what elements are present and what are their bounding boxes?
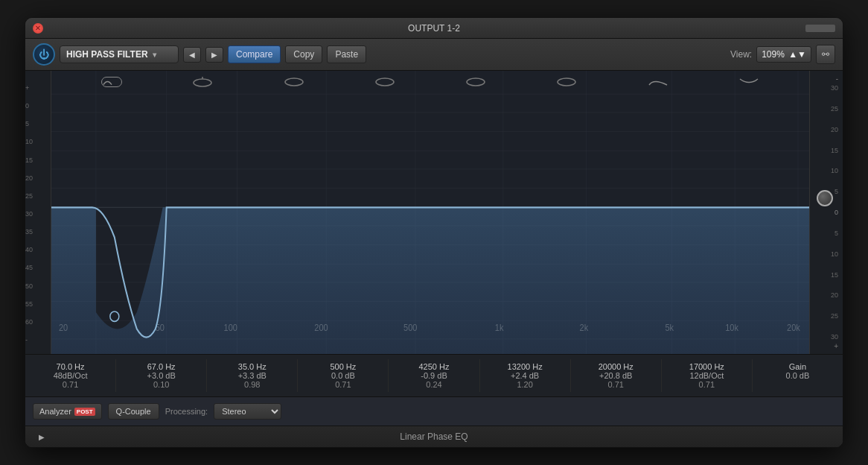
- analyzer-label: Analyzer: [39, 407, 71, 416]
- band-3-freq: 35.0 Hz: [238, 362, 267, 371]
- band-info-8[interactable]: 17000 Hz 12dB/Oct 0.71: [662, 359, 753, 392]
- toolbar: ⏻ HIGH PASS FILTER ▾ ◀ ▶ Compare Copy Pa…: [25, 39, 843, 71]
- svg-point-2: [285, 78, 303, 86]
- minimize-button[interactable]: [805, 25, 835, 32]
- link-icon: ⚯: [822, 49, 829, 60]
- band-info-5[interactable]: 4250 Hz -0.9 dB 0.24: [389, 359, 479, 392]
- gain-value: 0.0 dB: [786, 371, 810, 380]
- plugin-window: ✕ OUTPUT 1-2 ⏻ HIGH PASS FILTER ▾ ◀ ▶ Co…: [25, 17, 843, 448]
- power-icon: ⏻: [39, 48, 49, 60]
- band-info-gain[interactable]: Gain 0.0 dB: [753, 359, 843, 392]
- plugin-name-label: Linear Phase EQ: [400, 431, 467, 442]
- eq-right-scale: - 30 25 20 15 10 5 0 5 10 15 20 25 30 +: [809, 71, 843, 354]
- band-4-freq: 500 Hz: [330, 362, 356, 371]
- scale-item: -: [25, 336, 51, 354]
- band-6-q: 1.20: [517, 380, 532, 389]
- processing-select[interactable]: Stereo Mid/Side Left Right: [214, 403, 281, 420]
- scale-item: +: [25, 84, 51, 102]
- eq-info-row: 70.0 Hz 48dB/Oct 0.71 67.0 Hz +3.0 dB 0.…: [25, 354, 843, 396]
- band-handle-7[interactable]: [648, 77, 668, 87]
- scale-item: 55: [25, 300, 51, 318]
- svg-point-0: [194, 79, 211, 86]
- scale-item: 0: [25, 102, 51, 120]
- scale-item: 35: [25, 228, 51, 246]
- scale-item: 5: [25, 120, 51, 138]
- status-bar: ▶ Linear Phase EQ: [25, 426, 843, 447]
- bottom-controls: Analyzer POST Q-Couple Processing: Stere…: [25, 396, 843, 426]
- band-3-gain: +3.3 dB: [238, 371, 267, 380]
- band-5-freq: 4250 Hz: [419, 362, 450, 371]
- band-handle-6[interactable]: [556, 77, 577, 87]
- band-info-4[interactable]: 500 Hz 0.0 dB 0.71: [298, 359, 389, 392]
- scale-item: 25: [25, 192, 51, 210]
- eq-left-scale: + 0 5 10 15 20 25 30 35 40 45 50 55 60 -: [25, 71, 51, 354]
- view-selector[interactable]: 109% ▲▼: [756, 46, 811, 63]
- paste-button[interactable]: Paste: [327, 45, 366, 63]
- power-button[interactable]: ⏻: [33, 43, 55, 66]
- copy-button[interactable]: Copy: [285, 45, 322, 63]
- close-button[interactable]: ✕: [33, 23, 43, 34]
- view-label: View:: [730, 49, 752, 60]
- band-2-gain: +3.0 dB: [147, 371, 176, 380]
- title-bar: ✕ OUTPUT 1-2: [25, 18, 843, 39]
- scale-item: 30: [25, 210, 51, 228]
- band-7-freq: 20000 Hz: [599, 362, 634, 371]
- link-button[interactable]: ⚯: [816, 45, 835, 64]
- next-icon: ▶: [211, 51, 217, 59]
- band-8-gain: 12dB/Oct: [689, 371, 724, 380]
- svg-point-3: [376, 78, 394, 86]
- band-4-q: 0.71: [335, 380, 351, 389]
- eq-display[interactable]: 20 50 100 200 500 1k 2k 5k 10k 20k: [51, 71, 809, 354]
- band-handle-4[interactable]: [374, 77, 395, 87]
- band-2-q: 0.10: [153, 380, 169, 389]
- band-5-gain: -0.9 dB: [421, 371, 447, 380]
- scale-item: 45: [25, 264, 51, 282]
- band-info-1[interactable]: 70.0 Hz 48dB/Oct 0.71: [25, 359, 116, 392]
- band-1-gain: 48dB/Oct: [54, 371, 88, 380]
- band-8-q: 0.71: [699, 380, 715, 389]
- band-7-gain: +20.8 dB: [599, 371, 632, 380]
- prev-icon: ◀: [189, 51, 195, 59]
- preset-selector[interactable]: HIGH PASS FILTER ▾: [60, 45, 179, 63]
- band-6-gain: +2.4 dB: [511, 371, 539, 380]
- scale-item: 50: [25, 282, 51, 300]
- band-handle-1[interactable]: [101, 77, 122, 87]
- window-title: OUTPUT 1-2: [408, 23, 460, 34]
- gain-knob[interactable]: [817, 190, 833, 206]
- band-5-q: 0.24: [426, 380, 441, 389]
- svg-point-5: [558, 78, 575, 86]
- processing-label: Processing:: [165, 407, 208, 416]
- band-info-2[interactable]: 67.0 Hz +3.0 dB 0.10: [116, 359, 207, 392]
- play-button[interactable]: ▶: [36, 431, 47, 442]
- band-1-q: 0.71: [63, 380, 78, 389]
- compare-button[interactable]: Compare: [228, 45, 281, 63]
- scale-item: 10: [25, 138, 51, 156]
- preset-name: HIGH PASS FILTER: [66, 49, 148, 60]
- band-info-6[interactable]: 13200 Hz +2.4 dB 1.20: [480, 359, 571, 392]
- scale-item: 15: [25, 156, 51, 174]
- view-arrow-icon: ▲▼: [788, 49, 806, 60]
- band-info-7[interactable]: 20000 Hz +20.8 dB 0.71: [571, 359, 662, 392]
- band-1-freq: 70.0 Hz: [57, 362, 85, 371]
- eq-area: + 0 5 10 15 20 25 30 35 40 45 50 55 60 -: [25, 71, 843, 354]
- band-8-freq: 17000 Hz: [689, 362, 724, 371]
- next-preset-button[interactable]: ▶: [205, 47, 223, 63]
- post-badge: POST: [74, 408, 95, 416]
- q-couple-button[interactable]: Q-Couple: [108, 403, 159, 420]
- band-handle-5[interactable]: [465, 77, 486, 87]
- band-6-freq: 13200 Hz: [508, 362, 543, 371]
- toolbar-right: View: 109% ▲▼ ⚯: [730, 45, 835, 64]
- band-handle-2[interactable]: [192, 77, 213, 87]
- eq-curve: 20 50 100 200 500 1k 2k 5k 10k 20k: [51, 71, 809, 354]
- band-3-q: 0.98: [244, 380, 260, 389]
- svg-point-4: [467, 78, 485, 86]
- scale-item: 40: [25, 246, 51, 264]
- gain-label: Gain: [789, 362, 806, 371]
- band-2-freq: 67.0 Hz: [147, 362, 176, 371]
- play-icon: ▶: [39, 433, 45, 441]
- analyzer-button[interactable]: Analyzer POST: [33, 403, 102, 420]
- band-info-3[interactable]: 35.0 Hz +3.3 dB 0.98: [207, 359, 298, 392]
- band-handle-8[interactable]: [738, 77, 759, 87]
- band-handle-3[interactable]: [284, 77, 304, 87]
- prev-preset-button[interactable]: ◀: [183, 47, 201, 63]
